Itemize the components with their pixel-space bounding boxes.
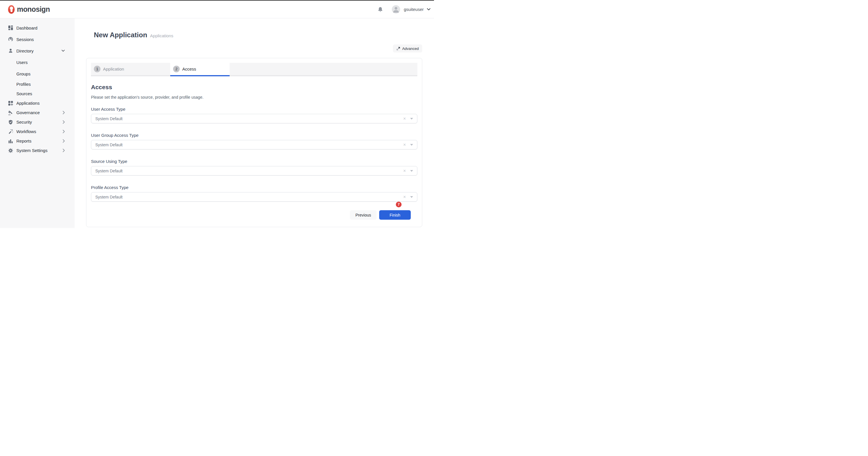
tab-access[interactable]: 2 Access — [170, 63, 229, 75]
select-value: System Default — [95, 169, 123, 173]
sidebar: Dashboard Sessions — [0, 19, 74, 228]
clear-icon[interactable]: × — [403, 142, 406, 147]
shield-check-icon — [8, 120, 13, 125]
sidebar-item-label: Sources — [17, 91, 32, 96]
tab-label: Application — [103, 67, 124, 71]
clear-icon[interactable]: × — [403, 195, 406, 199]
field-label: User Access Type — [91, 106, 417, 112]
sidebar-item-sessions[interactable]: Sessions — [0, 34, 74, 45]
step-badge: 7 — [396, 202, 402, 207]
user-group-access-type-select[interactable]: System Default × — [91, 140, 417, 150]
sidebar-item-label: Groups — [17, 71, 30, 76]
field-label: Profile Access Type — [91, 185, 417, 190]
sidebar-item-applications[interactable]: Applications — [0, 98, 74, 108]
sidebar-item-reports[interactable]: Reports — [0, 136, 74, 146]
app-body: Dashboard Sessions — [0, 19, 434, 228]
select-value: System Default — [95, 117, 123, 121]
sidebar-item-label: Governance — [17, 110, 40, 115]
step-number: 1 — [94, 66, 100, 72]
notifications-bell-icon[interactable] — [377, 7, 383, 12]
access-form: User Access Type System Default × User G… — [91, 106, 417, 202]
avatar[interactable] — [392, 5, 400, 13]
sidebar-item-label: Dashboard — [17, 26, 37, 30]
sidebar-item-groups[interactable]: Groups — [0, 68, 74, 79]
chevron-right-icon — [63, 111, 65, 115]
select-value: System Default — [95, 142, 123, 147]
wizard-steps: 1 Application 2 Access — [91, 63, 417, 75]
toolbar-row: Advanced — [86, 44, 422, 53]
topbar-actions: gsuiteuser — [377, 5, 431, 13]
wizard-actions: 7 Previous Finish — [91, 210, 417, 220]
caret-down-icon — [410, 118, 413, 120]
field-profile-access-type: Profile Access Type System Default × — [91, 185, 417, 202]
sidebar-item-dashboard[interactable]: Dashboard — [0, 22, 74, 34]
page-head: New Application Applications — [86, 31, 422, 39]
clear-icon[interactable]: × — [403, 169, 406, 173]
sidebar-item-directory[interactable]: Directory — [0, 45, 74, 57]
section-description: Please set the application's source, pro… — [91, 95, 417, 100]
finish-button[interactable]: Finish — [379, 210, 411, 220]
monosign-keyhole-icon — [8, 5, 14, 14]
sidebar-item-label: Security — [17, 120, 32, 125]
caret-down-icon — [410, 196, 413, 198]
chevron-right-icon — [63, 130, 65, 133]
field-source-using-type: Source Using Type System Default × — [91, 159, 417, 175]
chevron-down-icon[interactable] — [427, 8, 431, 11]
username[interactable]: gsuiteuser — [404, 7, 424, 12]
field-user-group-access-type: User Group Access Type System Default × — [91, 132, 417, 150]
magic-wand-icon — [8, 129, 13, 134]
user-access-type-select[interactable]: System Default × — [91, 114, 417, 123]
caret-down-icon — [410, 144, 413, 146]
tab-application[interactable]: 1 Application — [91, 63, 170, 75]
sidebar-item-sources[interactable]: Sources — [0, 89, 74, 98]
breadcrumb: Applications — [150, 33, 174, 38]
gavel-icon — [8, 110, 13, 115]
brand-logo[interactable]: monosign — [8, 5, 50, 14]
sidebar-item-security[interactable]: Security — [0, 117, 74, 127]
section-heading: Access — [91, 84, 417, 91]
page-title: New Application — [94, 31, 147, 39]
sidebar-item-system-settings[interactable]: System Settings — [0, 146, 74, 155]
chevron-right-icon — [63, 120, 65, 124]
advanced-button-label: Advanced — [402, 46, 419, 51]
sidebar-item-governance[interactable]: Governance — [0, 108, 74, 117]
dashboard-grid-icon — [8, 25, 13, 30]
bar-chart-icon — [8, 138, 13, 144]
advanced-button[interactable]: Advanced — [393, 44, 422, 53]
app-screen: monosign gsuiteuser — [0, 0, 434, 228]
sidebar-item-label: Sessions — [17, 37, 34, 42]
field-user-access-type: User Access Type System Default × — [91, 106, 417, 123]
field-label: User Group Access Type — [91, 132, 417, 138]
expand-arrows-icon — [396, 47, 400, 51]
step-number: 2 — [173, 66, 180, 72]
chevron-right-icon — [63, 139, 65, 143]
clear-icon[interactable]: × — [403, 117, 406, 121]
sidebar-item-label: Reports — [17, 138, 32, 143]
sidebar-item-label: Directory — [17, 48, 34, 53]
sidebar-item-profiles[interactable]: Profiles — [0, 79, 74, 89]
sidebar-item-users[interactable]: Users — [0, 57, 74, 68]
chevron-down-icon — [61, 50, 65, 52]
sidebar-item-label: Users — [17, 60, 28, 65]
profile-access-type-select[interactable]: System Default × — [91, 192, 417, 202]
select-value: System Default — [95, 195, 123, 199]
field-label: Source Using Type — [91, 159, 417, 164]
wizard-card: 1 Application 2 Access Access Please set… — [86, 58, 422, 227]
sidebar-item-workflows[interactable]: Workflows — [0, 127, 74, 136]
sidebar-item-label: Workflows — [17, 129, 36, 134]
chevron-right-icon — [63, 149, 65, 152]
sidebar-item-label: Profiles — [17, 82, 31, 87]
sidebar-item-label: System Settings — [17, 148, 48, 153]
grid-plus-icon — [8, 101, 13, 106]
sidebar-item-label: Applications — [17, 101, 40, 105]
caret-down-icon — [410, 170, 413, 172]
source-using-type-select[interactable]: System Default × — [91, 166, 417, 175]
person-icon — [8, 48, 13, 53]
gear-icon — [8, 148, 13, 153]
tabs-divider — [91, 75, 417, 76]
previous-button[interactable]: Previous — [350, 210, 377, 220]
tab-label: Access — [182, 67, 196, 71]
main-content: New Application Applications Advanced — [74, 19, 434, 228]
topbar: monosign gsuiteuser — [0, 1, 434, 19]
brand-name: monosign — [17, 5, 50, 13]
